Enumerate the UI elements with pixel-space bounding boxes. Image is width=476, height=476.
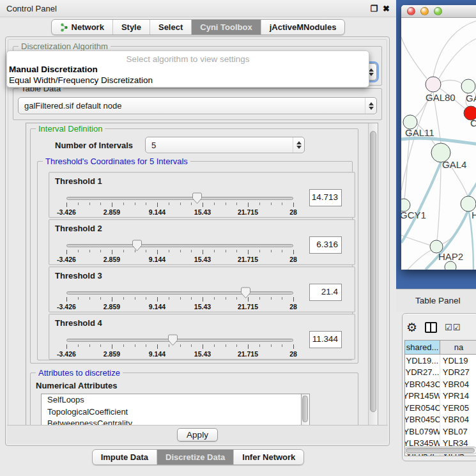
threshold-slider-thumb[interactable] (240, 287, 251, 299)
table-row[interactable]: YDR27...YDR27 (405, 367, 476, 379)
cell-name: YDL19 (440, 355, 476, 367)
tab-select[interactable]: Select (150, 20, 191, 35)
tab-jactivemnodules[interactable]: jActiveMNodules (261, 20, 345, 35)
close-panel-icon[interactable]: ✖ (383, 4, 390, 13)
split-columns-icon[interactable] (425, 322, 437, 333)
table-row[interactable]: YER054CYER05 (405, 402, 476, 414)
tab-infer-network[interactable]: Infer Network (233, 450, 303, 464)
table-panel-container: ⚙ ☑☑ shared... na YDL19...YDL19YDR27...Y… (402, 313, 476, 461)
threshold-slider-track[interactable] (66, 197, 293, 200)
discretization-algorithm-title: Discretization Algorithm (19, 42, 111, 51)
threshold-slider-thumb[interactable] (132, 240, 142, 252)
numerical-attributes-list[interactable]: SelfLoopsTopologicalCoefficientBetweenne… (41, 394, 302, 427)
gear-icon[interactable]: ⚙ (406, 321, 417, 334)
number-of-intervals-combobox[interactable]: 5 (145, 137, 305, 153)
tab-discretize-data[interactable]: Discretize Data (157, 450, 233, 464)
network-node[interactable] (426, 77, 441, 92)
tab-cyni-toolbox[interactable]: Cyni Toolbox (191, 20, 260, 35)
table-header-row: shared... na (405, 341, 476, 355)
bottom-tab-row: Impute DataDiscretize DataInfer Network (0, 449, 396, 465)
app-screen: Control Panel ❐ ✖ NetworkStyleSelectCyni… (0, 0, 476, 476)
window-close-button[interactable] (407, 7, 415, 15)
attributes-list-scrollbar[interactable] (302, 394, 310, 427)
tab-style[interactable]: Style (112, 20, 150, 35)
threshold-slider-track[interactable] (66, 291, 293, 295)
combo-stepper-icon[interactable] (365, 98, 376, 114)
table-panel-title: Table Panel (415, 296, 461, 305)
tick-label: 21.715 (238, 350, 258, 358)
tick-label: 21.715 (238, 303, 258, 311)
threshold-slider-thumb[interactable] (167, 334, 178, 346)
tick-label: 28 (289, 208, 297, 216)
tick-label: 28 (289, 256, 297, 263)
tick-label: 15.43 (194, 350, 211, 358)
algorithm-option[interactable]: Equal Width/Frequency Discretization (7, 75, 369, 86)
network-canvas[interactable]: GAL80GACGAL11GAL4GCY1HHAP2 (401, 18, 476, 270)
cell-name: YPR14 (440, 390, 476, 403)
combo-stepper-icon[interactable] (293, 137, 304, 153)
table-row[interactable]: YDL19...YDL19 (405, 355, 476, 367)
tick-label: 9.144 (149, 350, 165, 358)
thresholds-group-title: Threshold's Coordinates for 5 Intervals (43, 157, 190, 166)
threshold-slider-thumb[interactable] (192, 192, 203, 204)
threshold-slider-track[interactable] (66, 339, 293, 342)
tick-label: 21.715 (238, 256, 258, 263)
apply-button[interactable]: Apply (177, 428, 218, 441)
tick-label: 15.43 (194, 208, 211, 216)
settings-vertical-scrollbar[interactable] (368, 123, 378, 426)
cell-name: YBR04 (440, 378, 476, 390)
interval-definition-group: Interval Definition Number of Intervals … (30, 128, 358, 364)
tab-network[interactable]: Network (52, 20, 112, 35)
attribute-item[interactable]: SelfLoops (42, 394, 301, 406)
algorithm-dropdown-popup: Select algorithm to view settings Manual… (6, 50, 369, 88)
float-window-icon[interactable]: ❐ (370, 4, 378, 13)
control-panel: Control Panel ❐ ✖ NetworkStyleSelectCyni… (0, 0, 396, 476)
threshold-label: Threshold 2 (55, 224, 102, 233)
network-node-label: GAL11 (405, 127, 434, 138)
cell-shared-name: YBR045C (405, 414, 440, 426)
thresholds-group: Threshold's Coordinates for 5 Intervals … (37, 161, 353, 360)
attributes-group: Attributes to discretize Numerical Attri… (30, 372, 358, 427)
network-node-label: GA (466, 93, 476, 104)
tick-label: 2.859 (104, 350, 120, 358)
threshold-label: Threshold 4 (55, 318, 102, 328)
column-header-shared-name[interactable]: shared... (405, 341, 440, 354)
threshold-value-field[interactable]: 21.4 (309, 284, 342, 301)
table-row[interactable]: YBR043CYBR04 (405, 378, 476, 390)
network-desktop: GAL80GACGAL11GAL4GCY1HHAP2 (396, 0, 476, 289)
table-horizontal-scrollbar[interactable] (404, 447, 476, 454)
algorithm-placeholder: Select algorithm to view settings (7, 51, 369, 64)
tick-label: 2.859 (104, 208, 120, 216)
select-columns-icon[interactable]: ☑☑ (445, 323, 461, 332)
tick-label: 2.859 (104, 256, 120, 263)
threshold-value-field[interactable]: 6.316 (309, 236, 342, 254)
network-node[interactable] (445, 261, 456, 270)
cell-shared-name: YER054C (405, 402, 440, 414)
table-data-combobox[interactable]: galFiltered.sif default node (18, 97, 377, 114)
tick-label: 28 (289, 350, 297, 358)
cell-shared-name: YDL19... (405, 355, 440, 367)
tick-label: 15.43 (194, 303, 211, 311)
number-of-intervals-value: 5 (151, 141, 156, 150)
threshold-value-field[interactable]: 14.713 (309, 189, 342, 206)
threshold-slider-track[interactable] (66, 244, 293, 247)
table-row[interactable]: YBR045CYBR04 (405, 414, 476, 426)
tab-impute-data[interactable]: Impute Data (93, 450, 157, 464)
control-panel-title: Control Panel (6, 4, 57, 13)
column-header-name[interactable]: na (440, 341, 476, 354)
algorithm-option[interactable]: Manual Discretization (7, 64, 369, 75)
right-panel: GAL80GACGAL11GAL4GCY1HHAP2 Table Panel ⚙… (396, 0, 476, 476)
table-row[interactable]: YBL079WYBL07 (405, 426, 476, 438)
table-panel-bar: Table Panel (396, 289, 476, 312)
table-row[interactable]: YPR145WYPR14 (405, 390, 476, 403)
cell-shared-name: YPR145W (405, 390, 440, 403)
attribute-item[interactable]: TopologicalCoefficient (42, 406, 301, 418)
window-minimize-button[interactable] (420, 7, 429, 15)
attributes-group-title: Attributes to discretize (36, 368, 123, 378)
window-zoom-button[interactable] (434, 7, 442, 15)
threshold-value-field[interactable]: 11.344 (309, 331, 342, 348)
tick-label: 9.144 (149, 256, 165, 263)
cell-name: YBR04 (440, 414, 476, 426)
network-icon (60, 23, 68, 32)
network-node[interactable] (461, 79, 475, 93)
